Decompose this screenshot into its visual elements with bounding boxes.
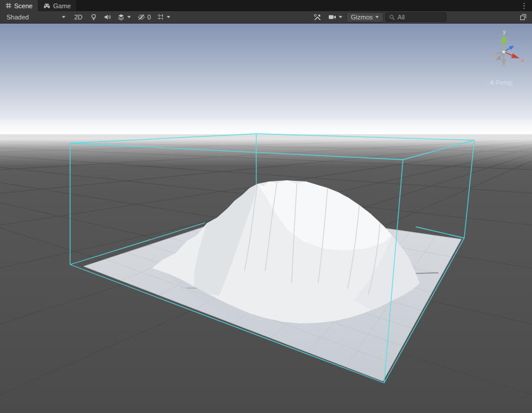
axis-z-label: z <box>517 47 520 52</box>
effects-layers-icon <box>117 14 125 21</box>
speaker-icon <box>104 14 111 21</box>
scene-canvas[interactable]: y x z Persp <box>0 24 532 413</box>
draw-mode-label: Shaded <box>6 14 29 21</box>
grid-snap-icon <box>157 14 164 21</box>
scene-visibility-button[interactable]: 0 <box>135 12 153 22</box>
scene-viewport[interactable]: y x z Persp <box>0 24 532 413</box>
chevron-down-icon <box>375 16 379 18</box>
axis-center-handle[interactable] <box>502 50 505 54</box>
tab-game-label: Game <box>53 2 71 9</box>
gizmos-dropdown[interactable]: Gizmos <box>346 12 384 22</box>
draw-mode-dropdown[interactable]: Shaded <box>3 12 69 22</box>
hidden-count-label: 0 <box>147 14 151 21</box>
2d-toggle-button[interactable]: 2D <box>71 12 86 22</box>
horizon-fog <box>0 117 532 166</box>
chevron-down-icon <box>62 16 65 18</box>
tab-scene-label: Scene <box>14 2 32 9</box>
chevron-down-icon <box>127 16 131 18</box>
scene-toolbar: Shaded 2D 0 <box>0 11 532 24</box>
scene-lighting-button[interactable] <box>88 12 100 22</box>
2d-label: 2D <box>74 14 82 21</box>
search-value: All <box>398 14 405 21</box>
eye-off-icon <box>137 14 146 21</box>
gizmos-label: Gizmos <box>351 14 373 21</box>
camera-icon <box>328 14 336 20</box>
popout-window-button[interactable] <box>517 12 529 22</box>
window-popout-icon <box>520 14 527 21</box>
tools-wrench-icon <box>313 14 322 21</box>
tab-scene[interactable]: Scene <box>0 0 38 11</box>
tab-bar: Scene Game ⋮ <box>0 0 532 11</box>
gamepad-icon <box>43 3 51 9</box>
chevron-down-icon <box>167 16 170 18</box>
chevron-down-icon <box>339 16 342 18</box>
camera-settings-dropdown[interactable] <box>326 12 345 22</box>
search-input[interactable]: All <box>385 12 447 22</box>
editor-tools-button[interactable] <box>311 12 324 22</box>
grid-visibility-dropdown[interactable] <box>155 12 173 22</box>
scene-audio-button[interactable] <box>101 12 113 22</box>
search-icon <box>389 14 395 21</box>
scene-effects-dropdown[interactable] <box>115 12 133 22</box>
scene-grid-icon <box>5 2 12 9</box>
axis-y-label: y <box>503 29 505 35</box>
lightbulb-icon <box>90 14 97 21</box>
window-menu-icon[interactable]: ⋮ <box>516 0 532 11</box>
projection-label: Persp <box>495 79 513 86</box>
tab-game[interactable]: Game <box>38 0 76 11</box>
axis-x-label: x <box>521 57 524 63</box>
